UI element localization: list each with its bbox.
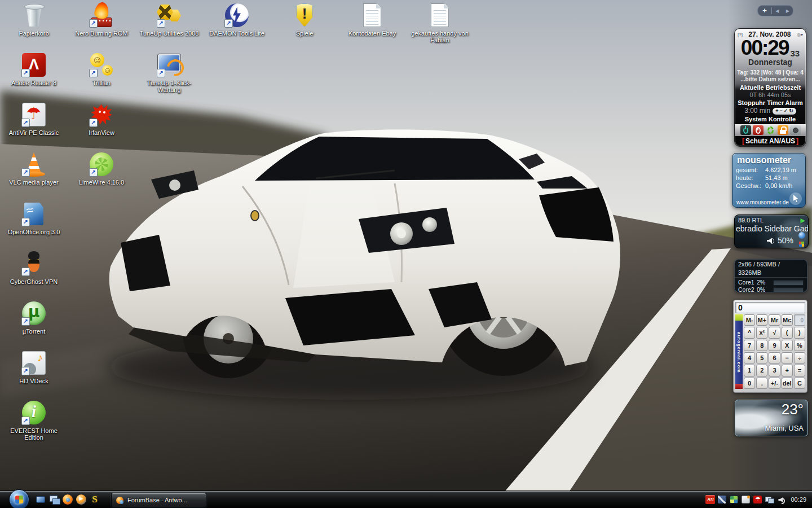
daemon-icon: ↗ [224,2,250,28]
desktop-icons: Papierkorb↗Nero Burning ROM↗TuneUp Utili… [0,0,722,491]
desktop-icon-kontodaten-ebay[interactable]: Kontodaten Ebay [339,2,405,37]
desktop-icon-label: Adobe Reader 8 [1,80,67,86]
tray-volume-icon[interactable] [776,495,786,504]
calc-button-mc[interactable]: Mc [782,314,793,326]
start-button[interactable] [9,489,29,508]
desktop-icon-antivir-pe-classic[interactable]: ↗AntiVir PE Classic [1,102,67,136]
calc-button-c[interactable]: C [794,378,805,389]
desktop-icon-tuneup-utilities-2008[interactable]: ↗TuneUp Utilities 2008 [136,2,202,37]
desktop-icon-irfanview[interactable]: ↗IrfanView [69,102,134,136]
mousometer-gadget[interactable]: mousometer gesamt:4.622,19 mheute:51,43 … [732,153,806,208]
tray-app-blue-icon[interactable] [717,495,727,504]
quicklaunch-s-app-icon[interactable]: S [89,493,101,506]
add-gadget-button[interactable]: + [758,6,771,15]
calc-button-dot[interactable]: − [782,352,793,364]
power-button[interactable] [740,125,751,135]
desktop-icon-limewire-4-16-0[interactable]: ↗LimeWire 4.16.0 [69,151,134,186]
timer-plus-icon[interactable]: + [775,108,778,114]
prev-page-button[interactable]: ◀ [772,8,783,14]
calc-button-1[interactable]: 1 [744,365,755,376]
clock-options-icon[interactable]: ◎▾ [797,32,803,37]
shortcut-arrow-icon: ↗ [89,168,98,177]
mousometer-url[interactable]: www.mousometer.de [736,199,789,205]
weather-gadget[interactable]: 23° Miami, USA [735,400,808,436]
calc-button-8[interactable]: 8 [756,340,767,351]
calc-button-3[interactable]: 3 [769,365,780,376]
calc-button-0[interactable]: 0 [744,378,755,389]
tray-avira-icon[interactable] [753,495,762,504]
cpu-meter-value: 2% [757,279,773,286]
clock-gadget[interactable]: [?] 27. Nov. 2008 ◎▾ 00:29 33 Donnerstag… [734,28,806,147]
timer-reset-icon[interactable]: ↻ [789,108,793,114]
desktop-icon-torrent[interactable]: ↗µTorrent [1,300,67,335]
calc-button-dot[interactable]: + [782,365,793,376]
strip-top [735,314,743,321]
calc-button-5[interactable]: 5 [756,352,767,364]
calc-button-dot[interactable]: = [794,365,805,376]
calc-button-9[interactable]: 9 [769,340,780,351]
desktop-icon-label: Kontodaten Ebay [339,30,405,37]
calc-button-m[interactable]: M- [744,314,755,326]
desktop-icon-tuneup-1-klick-wartung[interactable]: ↗TuneUp 1-Klick-Wartung [136,52,202,93]
calc-button-mr[interactable]: Mr [769,314,780,326]
desktop-icon-everest-home-edition[interactable]: ↗EVEREST Home Edition [1,400,67,441]
taskbar-window-forumbase[interactable]: ForumBase - Antwo... [111,493,206,507]
calc-button-7[interactable]: 7 [744,340,755,351]
calc-button-6[interactable]: 6 [769,352,780,364]
quicklaunch-firefox-icon[interactable] [61,493,74,506]
radio-gadget[interactable]: 89.0 RTL ebradio Sidebar Gadg ▶ 50% [734,214,809,248]
desktop-icon-spiele[interactable]: Spiele [272,2,337,37]
play-icon[interactable]: ▶ [801,217,805,224]
calc-button-m[interactable]: M+ [756,314,767,326]
cpu-meter-bar [773,287,804,293]
calc-button-dot[interactable]: . [756,378,767,389]
next-page-button[interactable]: ▶ [783,8,793,14]
quicklaunch-show-desktop-icon[interactable] [34,493,47,506]
calc-button-x[interactable]: x² [756,327,767,338]
shutdown-button[interactable] [753,125,764,135]
calc-button-2[interactable]: 2 [756,365,767,376]
desktop-icon-trillian[interactable]: ↗Trillian [69,52,134,86]
tray-app-mosaic-icon[interactable] [729,495,739,504]
screen-button[interactable] [790,125,801,135]
tray-ati-icon[interactable]: ATI [705,495,715,504]
timer-confirm-icon[interactable]: ✓ [784,108,788,114]
calc-button-del[interactable]: del [782,378,793,389]
tray-network-icon[interactable] [765,495,774,504]
calc-button-dot[interactable]: ÷ [794,352,805,364]
desktop-icon-gekauftes-handy-von-fabian[interactable]: gekauftes handy von Fabian [407,2,473,43]
desktop-icon-openoffice-org-3-0[interactable]: ↗OpenOffice.org 3.0 [1,201,67,235]
desktop-icon-cyberghost-vpn[interactable]: ↗CyberGhost VPN [1,251,67,285]
desktop-icon-adobe-reader-8[interactable]: ↗Adobe Reader 8 [1,52,67,86]
desktop-icon-nero-burning-rom[interactable]: ↗Nero Burning ROM [69,2,134,37]
windows-logo-icon[interactable] [799,242,804,247]
antivir-icon: ↗ [21,102,47,128]
cpu-meter-gadget[interactable]: 2x86 / 593MB / 3326MB Core12%Core20%RAM1… [734,259,807,292]
calc-button-dot[interactable]: ) [794,327,805,338]
desktop-icon-daemon-tools-lite[interactable]: ↗DAEMON Tools Lite [204,2,270,37]
mousometer-row-value: 0,00 km/h [765,182,792,190]
calc-button-dot[interactable]: ^ [744,327,755,338]
globe-icon[interactable] [798,232,805,239]
desktop-icon-vlc-media-player[interactable]: ↗VLC media player [1,151,67,186]
quicklaunch-media-player-icon[interactable] [75,493,87,506]
desktop-icon-hd-vdeck[interactable]: ↗HD VDeck [1,350,67,384]
calc-button-dot[interactable]: √ [769,327,780,338]
calculator-gadget[interactable]: 0 autogenial.com M-M+MrMc0^x²√()789X%456… [733,300,807,393]
calc-button-dot[interactable]: ( [782,327,793,338]
quicklaunch-switch-windows-icon[interactable] [48,493,60,506]
calc-button-x[interactable]: X [782,340,793,351]
strip-bottom [735,384,743,389]
calc-button-dot[interactable]: % [794,340,805,351]
shortcut-arrow-icon: ↗ [89,19,98,28]
timer-minus-icon[interactable]: − [779,108,782,114]
tray-app-light-icon[interactable] [741,495,751,504]
protection-toggle[interactable]: [ Schutz AN/AUS ] [735,137,806,147]
speaker-icon[interactable] [767,237,775,244]
lock-button[interactable] [778,125,788,135]
taskbar-clock[interactable]: 00:29 [791,496,806,503]
calc-button-dot[interactable]: +/- [769,378,780,389]
refresh-button[interactable] [765,125,776,135]
desktop-icon-papierkorb[interactable]: Papierkorb [1,2,67,37]
calc-button-4[interactable]: 4 [744,352,755,364]
